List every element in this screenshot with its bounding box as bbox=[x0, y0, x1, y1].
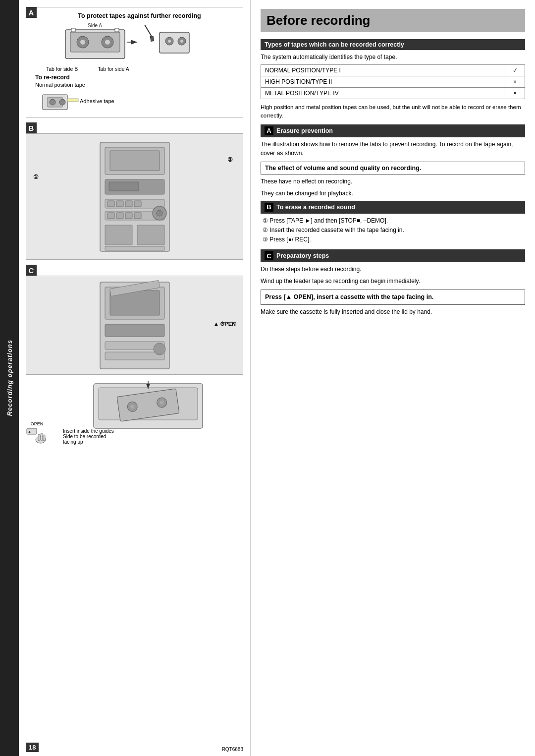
tape-labels: Tab for side B Tab for side A bbox=[31, 66, 238, 72]
erase-steps: ① Press [TAPE ►] and then [STOP■, –DEMO]… bbox=[261, 216, 525, 245]
section-b: B bbox=[26, 122, 243, 260]
prep-line2: Wind up the leader tape so recording can… bbox=[261, 277, 525, 286]
bottom-diagrams: OPEN ▲ bbox=[26, 379, 243, 445]
table-symbol: ✓ bbox=[505, 65, 525, 76]
section-a-title: To protect tapes against further recordi… bbox=[31, 12, 238, 19]
section-c: C ▲ OPEN bbox=[26, 265, 243, 375]
press-header-text: Press [▲ OPEN], insert a cassette with t… bbox=[265, 293, 433, 300]
sidebar-text: Recording operations bbox=[6, 340, 13, 416]
svg-rect-7 bbox=[115, 28, 119, 32]
sidebar: Recording operations bbox=[0, 0, 19, 756]
svg-rect-42 bbox=[105, 246, 164, 250]
svg-line-10 bbox=[145, 25, 152, 37]
svg-rect-30 bbox=[116, 201, 123, 207]
svg-point-21 bbox=[59, 99, 65, 105]
page-number: 18 bbox=[26, 743, 39, 752]
svg-point-3 bbox=[80, 40, 85, 45]
stereo-unit-svg-c bbox=[85, 280, 184, 371]
adhesive-diagram bbox=[40, 90, 80, 112]
cassette-insert-svg bbox=[89, 379, 208, 433]
svg-rect-57 bbox=[41, 433, 43, 441]
callout-3: ③ bbox=[227, 156, 233, 163]
svg-rect-25 bbox=[110, 151, 160, 171]
erase-step3: ③ Press [●/ REC]. bbox=[263, 235, 525, 244]
svg-rect-40 bbox=[105, 225, 132, 245]
svg-point-20 bbox=[50, 99, 55, 105]
svg-rect-31 bbox=[125, 201, 132, 207]
facing-up-label: facing up bbox=[63, 439, 114, 445]
svg-point-16 bbox=[180, 40, 183, 43]
cassette-area: Side A bbox=[31, 22, 238, 62]
section-b-label: B bbox=[26, 122, 37, 133]
open-button-label: OPEN bbox=[31, 421, 44, 426]
press-header: Press [▲ OPEN], insert a cassette with t… bbox=[261, 290, 525, 305]
tab-a-label: Tab for side A bbox=[98, 66, 129, 72]
volume-header-text: The effect of volume and sound quality o… bbox=[265, 165, 421, 172]
svg-rect-36 bbox=[125, 213, 132, 219]
svg-rect-27 bbox=[109, 182, 139, 191]
prep-line1: Do these steps before each recording. bbox=[261, 265, 525, 274]
insert-guides-label: Insert inside the guides bbox=[63, 428, 114, 434]
erase-step1: ① Press [TAPE ►] and then [STOP■, –DEMO]… bbox=[263, 216, 525, 226]
open-button-svg: ▲ bbox=[26, 427, 48, 445]
section-a-label: A bbox=[26, 7, 37, 18]
model-number: RQT6683 bbox=[222, 747, 243, 752]
callout-1: ① bbox=[33, 174, 39, 180]
section-c-label: C bbox=[26, 265, 37, 276]
tape-table: NORMAL POSITION/TYPE I✓HIGH POSITION/TYP… bbox=[261, 64, 525, 99]
right-panel: Before recording Types of tapes which ca… bbox=[251, 0, 535, 756]
erasure-header: A Erasure prevention bbox=[261, 124, 525, 137]
side-recorded-label: Side to be recorded bbox=[63, 434, 114, 439]
svg-rect-58 bbox=[43, 435, 45, 441]
svg-point-50 bbox=[154, 343, 165, 355]
stereo-unit-svg-b bbox=[85, 140, 184, 254]
svg-rect-22 bbox=[67, 99, 78, 102]
svg-rect-56 bbox=[38, 434, 40, 441]
prep-header: C Preparatory steps bbox=[261, 249, 525, 262]
table-row: NORMAL POSITION/TYPE I bbox=[261, 65, 505, 76]
svg-rect-34 bbox=[107, 213, 114, 219]
erasure-body: The illustration shows how to remove the… bbox=[261, 140, 525, 158]
svg-point-5 bbox=[105, 40, 110, 45]
svg-marker-52 bbox=[222, 321, 223, 324]
erase-badge: B bbox=[265, 203, 273, 212]
stereo-diagram-b: ① ③ bbox=[26, 133, 243, 260]
prep-header-text: Preparatory steps bbox=[276, 252, 329, 259]
table-row: METAL POSITION/TYPE IV bbox=[261, 88, 505, 99]
erasure-badge: A bbox=[265, 126, 273, 135]
erase-header: B To erase a recorded sound bbox=[261, 201, 525, 214]
volume-line1: These have no effect on recording. bbox=[261, 177, 525, 186]
svg-rect-37 bbox=[134, 213, 141, 219]
svg-rect-41 bbox=[137, 225, 164, 245]
svg-point-39 bbox=[157, 210, 162, 216]
adhesive-label: Adhesive tape bbox=[80, 98, 114, 104]
cassette-diagram: Side A bbox=[60, 22, 209, 62]
re-record-section: To re-record Normal position tape Adhesi… bbox=[31, 74, 238, 112]
types-note: High position and metal position tapes c… bbox=[261, 103, 525, 120]
tab-b-label: Tab for side B bbox=[46, 66, 78, 72]
re-record-sub: Normal position tape bbox=[35, 82, 238, 88]
erase-step2: ② Insert the recorded cassette with the … bbox=[263, 226, 525, 235]
svg-rect-35 bbox=[116, 213, 123, 219]
types-header-text: Types of tapes which can be recorded cor… bbox=[265, 41, 404, 48]
page-title: Before recording bbox=[261, 9, 525, 32]
press-body: Make sure the cassette is fully inserted… bbox=[261, 307, 525, 316]
table-symbol: × bbox=[505, 76, 525, 88]
section-a: A To protect tapes against further recor… bbox=[26, 7, 243, 117]
left-panel: A To protect tapes against further recor… bbox=[19, 0, 251, 756]
table-row: HIGH POSITION/TYPE II bbox=[261, 76, 505, 88]
erase-header-text: To erase a recorded sound bbox=[276, 204, 355, 211]
types-header: Types of tapes which can be recorded cor… bbox=[261, 39, 525, 50]
svg-rect-47 bbox=[105, 324, 164, 337]
svg-point-14 bbox=[168, 40, 171, 43]
table-symbol: × bbox=[505, 88, 525, 99]
svg-rect-32 bbox=[134, 201, 141, 207]
stereo-diagram-c: ▲ OPEN bbox=[26, 276, 243, 375]
svg-text:Side A: Side A bbox=[88, 23, 102, 28]
svg-rect-6 bbox=[71, 28, 75, 32]
svg-rect-11 bbox=[150, 36, 154, 42]
re-record-title: To re-record bbox=[35, 74, 238, 81]
erasure-header-text: Erasure prevention bbox=[276, 127, 333, 134]
open-arrow bbox=[222, 320, 237, 326]
types-body: The system automatically identifies the … bbox=[261, 53, 525, 61]
